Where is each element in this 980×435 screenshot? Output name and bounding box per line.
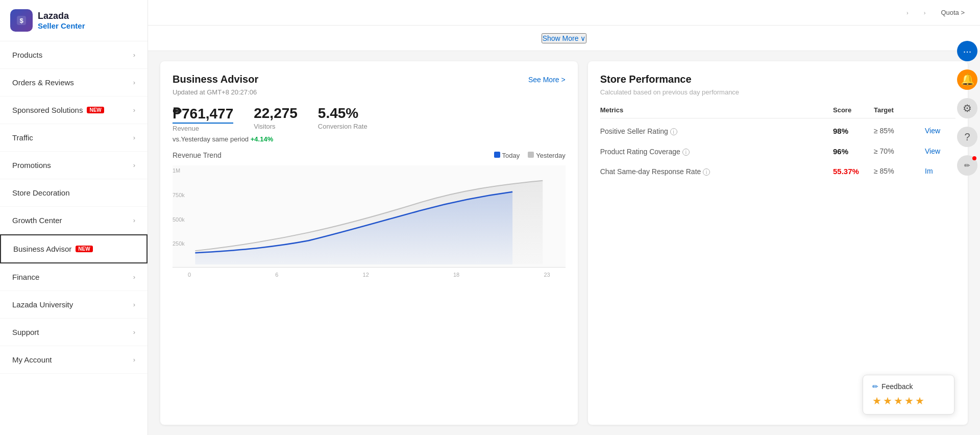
ba-revenue-value: ₱761,477: [173, 105, 233, 124]
perf-target-1: ≥ 70%: [874, 147, 925, 155]
right-panel: ··· 🔔 ⚙ ? ✏: [954, 0, 980, 435]
gear-button[interactable]: ⚙: [957, 98, 977, 118]
feedback-label: Feedback: [881, 382, 913, 391]
sidebar-item-traffic[interactable]: Traffic›: [0, 124, 148, 152]
sidebar-item-label-business-advisor: Business Advisor: [13, 245, 71, 253]
info-icon-1[interactable]: i: [682, 149, 690, 156]
col-score: Score: [833, 106, 874, 114]
sidebar: $ Lazada Seller Center Products›Orders &…: [0, 0, 148, 435]
ba-chart-title: Revenue Trend: [173, 151, 222, 159]
sidebar-item-orders-reviews[interactable]: Orders & Reviews›: [0, 69, 148, 96]
sidebar-item-label-traffic: Traffic: [12, 133, 33, 142]
sidebar-item-label-support: Support: [12, 328, 39, 336]
ba-conversion-block: 5.45% Conversion Rate: [318, 105, 368, 132]
perf-score-0: 98%: [833, 127, 874, 135]
perf-action-1[interactable]: View: [925, 147, 955, 155]
sidebar-chevron-promotions: ›: [133, 161, 135, 169]
sidebar-chevron-lazada-university: ›: [133, 301, 135, 308]
feedback-star[interactable]: ★: [883, 395, 892, 407]
help-button[interactable]: ?: [957, 127, 977, 147]
sidebar-item-label-orders-reviews: Orders & Reviews: [12, 78, 74, 87]
feedback-stars[interactable]: ★★★★★: [872, 395, 924, 407]
sp-card-header: Store Performance: [600, 74, 955, 85]
ba-visitors-block: 22,275 Visitors: [254, 105, 298, 132]
ba-visitors-value: 22,275: [254, 105, 298, 122]
ba-y-labels: 1M 750k 500k 250k: [173, 165, 185, 267]
svg-text:$: $: [19, 17, 23, 25]
feedback-widget: ✏ Feedback ★★★★★: [863, 375, 954, 415]
sidebar-item-label-sponsored-solutions: Sponsored Solutions: [12, 106, 83, 114]
sidebar-item-products[interactable]: Products›: [0, 41, 148, 69]
ba-metrics: ₱761,477 Revenue 22,275 Visitors 5.45% C…: [173, 105, 566, 132]
sidebar-item-my-account[interactable]: My Account›: [0, 346, 148, 374]
col-target: Target: [874, 106, 925, 114]
feedback-star[interactable]: ★: [894, 395, 903, 407]
perf-metric-name-2: Chat Same-day Response Rate i: [600, 167, 833, 177]
perf-action-2[interactable]: Im: [925, 167, 955, 175]
topbar-item-2[interactable]: ›: [924, 10, 926, 16]
sidebar-item-support[interactable]: Support›: [0, 319, 148, 346]
sidebar-chevron-traffic: ›: [133, 134, 135, 141]
sidebar-item-label-store-decoration: Store Decoration: [12, 188, 70, 197]
ba-conversion-label: Conversion Rate: [318, 123, 368, 130]
edit-dot: [972, 156, 976, 160]
sidebar-badge-sponsored-solutions: New: [87, 107, 104, 113]
ba-chart-legend: Today Yesterday: [494, 152, 566, 159]
ba-chart-area: 1M 750k 500k 250k: [173, 165, 566, 268]
sidebar-item-store-decoration[interactable]: Store Decoration: [0, 179, 148, 207]
sidebar-chevron-growth-center: ›: [133, 216, 135, 224]
feedback-star[interactable]: ★: [904, 395, 914, 407]
main-content: › › Quota > Show More ∨ Business Advisor…: [148, 0, 980, 435]
legend-yesterday: Yesterday: [528, 152, 565, 159]
legend-today: Today: [494, 152, 520, 159]
perf-target-0: ≥ 85%: [874, 127, 925, 135]
topbar-item-1[interactable]: ›: [906, 10, 909, 16]
ba-see-more[interactable]: See More >: [528, 76, 566, 84]
bell-button[interactable]: 🔔: [957, 69, 977, 90]
sidebar-chevron-orders-reviews: ›: [133, 79, 135, 86]
sidebar-chevron-finance: ›: [133, 273, 135, 281]
feedback-star[interactable]: ★: [915, 395, 924, 407]
sidebar-item-business-advisor[interactable]: Business AdvisorNew: [0, 234, 148, 263]
sidebar-chevron-support: ›: [133, 328, 135, 336]
sidebar-item-promotions[interactable]: Promotions›: [0, 152, 148, 179]
perf-table: Metrics Score Target Positive Seller Rat…: [600, 106, 955, 187]
show-more-button[interactable]: Show More ∨: [542, 33, 587, 43]
perf-score-2: 55.37%: [833, 167, 874, 176]
ba-conversion-value: 5.45%: [318, 105, 368, 122]
ba-x-labels: 0 6 12 18 23: [173, 270, 566, 278]
ba-vs-text: vs.Yesterday same period +4.14%: [173, 135, 566, 143]
ba-chart-svg: [173, 165, 566, 267]
sp-subtitle: Calculated based on previous day perform…: [600, 88, 955, 96]
perf-score-1: 96%: [833, 147, 874, 156]
show-more-bar: Show More ∨: [148, 26, 980, 51]
store-performance-card: Store Performance Calculated based on pr…: [588, 61, 968, 425]
ba-title: Business Advisor: [173, 74, 258, 85]
sidebar-item-growth-center[interactable]: Growth Center›: [0, 207, 148, 234]
feedback-star[interactable]: ★: [872, 395, 881, 407]
business-advisor-card: Business Advisor See More > Updated at G…: [160, 61, 578, 425]
info-icon-2[interactable]: i: [703, 168, 710, 176]
sidebar-item-finance[interactable]: Finance›: [0, 263, 148, 291]
ba-revenue-block: ₱761,477 Revenue: [173, 105, 233, 132]
sidebar-item-lazada-university[interactable]: Lazada University›: [0, 291, 148, 319]
sidebar-chevron-sponsored-solutions: ›: [133, 106, 135, 114]
ba-updated: Updated at GMT+8 20:27:06: [173, 88, 566, 96]
perf-row-0: Positive Seller Rating i98%≥ 85%View: [600, 127, 955, 137]
info-icon-0[interactable]: i: [670, 128, 677, 135]
feedback-pencil-icon: ✏: [872, 382, 878, 391]
logo-brand: Lazada: [38, 11, 85, 21]
perf-row-1: Product Rating Coverage i96%≥ 70%View: [600, 147, 955, 157]
chat-button[interactable]: ···: [957, 41, 977, 61]
perf-metric-name-1: Product Rating Coverage i: [600, 147, 833, 157]
ba-chart-header: Revenue Trend Today Yesterday: [173, 151, 566, 159]
edit-button[interactable]: ✏: [957, 155, 977, 176]
perf-action-0[interactable]: View: [925, 127, 955, 135]
perf-metric-name-0: Positive Seller Rating i: [600, 127, 833, 137]
sidebar-chevron-my-account: ›: [133, 356, 135, 364]
feedback-title-row: ✏ Feedback: [872, 382, 913, 391]
logo: $ Lazada Seller Center: [0, 0, 148, 41]
col-metrics: Metrics: [600, 106, 833, 114]
perf-target-2: ≥ 85%: [874, 167, 925, 175]
sidebar-item-sponsored-solutions[interactable]: Sponsored SolutionsNew›: [0, 96, 148, 124]
